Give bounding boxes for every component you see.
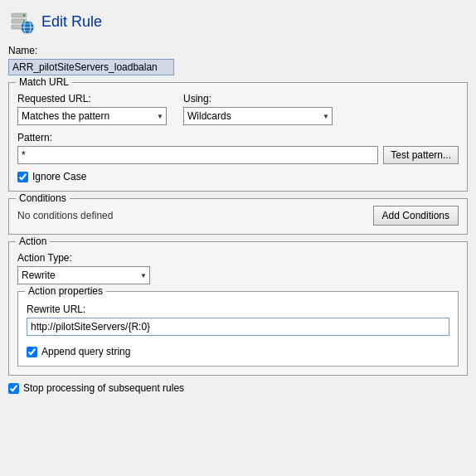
svg-point-3 [23, 14, 25, 16]
using-col: Using: WildcardsRegular ExpressionsExact… [183, 93, 333, 125]
using-select[interactable]: WildcardsRegular ExpressionsExact Match [183, 107, 333, 125]
rule-icon [8, 8, 35, 35]
stop-processing-checkbox[interactable] [8, 383, 19, 394]
pattern-label: Pattern: [17, 132, 459, 143]
requested-url-label: Requested URL: [17, 93, 167, 104]
name-section: Name: [8, 45, 468, 75]
requested-url-select-wrapper: Matches the patternDoes not match the pa… [17, 107, 167, 125]
using-label: Using: [183, 93, 333, 104]
action-type-row: Action Type: RewriteRedirectCustom Respo… [17, 252, 459, 284]
conditions-title: Conditions [16, 192, 70, 204]
ignore-case-checkbox[interactable] [17, 172, 28, 182]
test-pattern-button[interactable]: Test pattern... [383, 146, 459, 164]
page-title: Edit Rule [41, 13, 102, 31]
rewrite-url-label: Rewrite URL: [27, 304, 449, 315]
rewrite-url-input[interactable] [27, 318, 449, 336]
using-select-wrapper: WildcardsRegular ExpressionsExact Match [183, 107, 333, 125]
pattern-input-row: Test pattern... [17, 146, 459, 164]
append-query-string-row: Append query string [27, 346, 449, 357]
name-label: Name: [8, 45, 468, 56]
action-properties-title: Action properties [25, 285, 106, 297]
name-input[interactable] [8, 59, 174, 75]
pattern-row: Pattern: Test pattern... [17, 132, 459, 164]
action-type-select-wrapper: RewriteRedirectCustom ResponseAbortReque… [17, 266, 150, 284]
conditions-row: No conditions defined Add Conditions [17, 206, 459, 226]
append-query-string-checkbox[interactable] [27, 347, 37, 357]
add-conditions-button[interactable]: Add Conditions [373, 206, 459, 226]
page-header: Edit Rule [8, 8, 468, 35]
ignore-case-row: Ignore Case [17, 171, 459, 182]
action-properties-box: Action properties Rewrite URL: Append qu… [17, 291, 459, 367]
action-title: Action [16, 236, 50, 247]
requested-url-select[interactable]: Matches the patternDoes not match the pa… [17, 107, 167, 125]
action-type-select[interactable]: RewriteRedirectCustom ResponseAbortReque… [17, 266, 150, 284]
append-query-string-label: Append query string [41, 346, 130, 357]
stop-processing-label: Stop processing of subsequent rules [23, 382, 184, 394]
action-group: Action Action Type: RewriteRedirectCusto… [8, 241, 468, 376]
url-using-row: Requested URL: Matches the patternDoes n… [17, 93, 459, 125]
pattern-input[interactable] [17, 146, 378, 164]
no-conditions-text: No conditions defined [17, 210, 113, 221]
match-url-title: Match URL [16, 76, 72, 88]
stop-processing-row: Stop processing of subsequent rules [8, 382, 468, 394]
action-type-label: Action Type: [17, 252, 459, 264]
requested-url-col: Requested URL: Matches the patternDoes n… [17, 93, 167, 125]
match-url-group: Match URL Requested URL: Matches the pat… [8, 82, 468, 192]
ignore-case-label: Ignore Case [32, 171, 86, 182]
conditions-group: Conditions No conditions defined Add Con… [8, 198, 468, 235]
